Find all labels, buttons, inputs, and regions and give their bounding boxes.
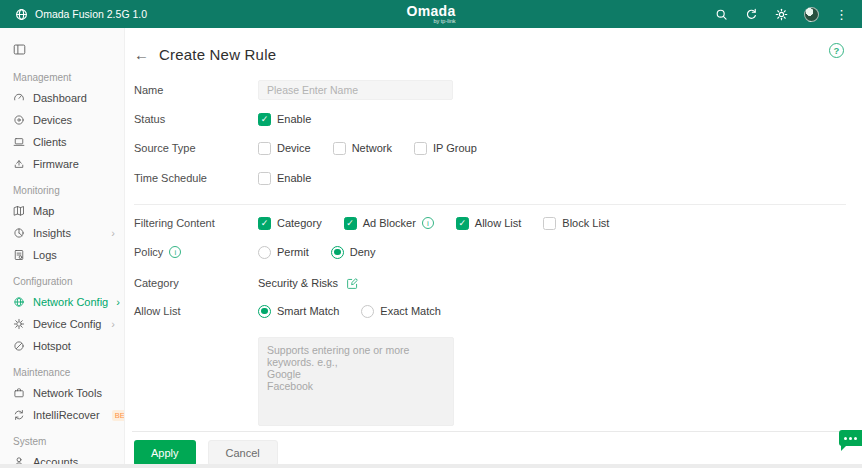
back-button[interactable]: ← — [134, 47, 149, 62]
page-title: Create New Rule — [159, 46, 276, 63]
sidebar-item-dashboard[interactable]: Dashboard — [0, 87, 124, 109]
info-icon[interactable]: i — [169, 246, 181, 258]
search-icon[interactable] — [714, 7, 728, 21]
category-value: Security & Risks — [258, 277, 338, 289]
filter-ad-blocker-checkbox[interactable]: ✓ Ad Blocker i — [344, 217, 434, 230]
info-icon[interactable]: i — [422, 217, 434, 229]
site-name: Omada Fusion 2.5G 1.0 — [35, 8, 147, 20]
sidebar-item-logs[interactable]: Logs — [0, 244, 124, 266]
check-icon: ✓ — [258, 217, 271, 230]
radio — [258, 246, 271, 259]
pie-chart-icon — [13, 227, 25, 239]
sidebar-item-hotspot[interactable]: Hotspot — [0, 335, 124, 357]
sidebar-item-network-config[interactable]: Network Config › — [0, 291, 124, 313]
policy-deny-radio[interactable]: Deny — [331, 246, 376, 259]
omada-app-window: Omada Fusion 2.5G 1.0 Omada by tp-link ⋮… — [0, 0, 862, 468]
checkbox — [414, 142, 427, 155]
name-label: Name — [134, 84, 258, 96]
sidebar-section-system: System — [0, 426, 124, 451]
radio — [361, 305, 374, 318]
toolbox-icon — [13, 387, 25, 399]
gauge-icon — [13, 92, 25, 104]
sidebar-section-maintenance: Maintenance — [0, 357, 124, 382]
sidebar-section-management: Management — [0, 62, 124, 87]
feedback-chat-icon[interactable] — [839, 430, 862, 446]
sidebar-nav: Management Dashboard Devices Clients Fir… — [0, 28, 125, 468]
policy-label: Policy — [134, 246, 163, 258]
top-bar: Omada Fusion 2.5G 1.0 Omada by tp-link ⋮ — [0, 0, 862, 28]
globe-icon — [13, 296, 25, 308]
map-icon — [13, 205, 25, 217]
checkbox — [258, 172, 271, 185]
kebab-menu-icon[interactable]: ⋮ — [835, 8, 848, 21]
check-icon: ✓ — [344, 217, 357, 230]
status-label: Status — [134, 113, 258, 125]
allow-list-label: Allow List — [134, 305, 258, 317]
sidebar-item-device-config[interactable]: Device Config › — [0, 313, 124, 335]
checkbox — [258, 142, 271, 155]
sidebar-item-clients[interactable]: Clients — [0, 131, 124, 153]
sidebar-item-devices[interactable]: Devices — [0, 109, 124, 131]
status-enable-checkbox[interactable]: ✓ Enable — [258, 113, 311, 126]
radio-selected — [258, 305, 271, 318]
upload-icon — [13, 158, 25, 170]
document-icon — [13, 249, 25, 261]
source-network-checkbox[interactable]: Network — [333, 142, 392, 155]
sidebar-item-network-tools[interactable]: Network Tools — [0, 382, 124, 404]
edit-icon[interactable] — [346, 277, 359, 290]
filter-category-checkbox[interactable]: ✓ Category — [258, 217, 322, 230]
keywords-textarea[interactable] — [258, 337, 454, 426]
checkbox — [333, 142, 346, 155]
recover-icon — [13, 409, 25, 421]
sidebar-collapse-icon[interactable] — [0, 36, 124, 62]
target-icon — [13, 114, 25, 126]
beta-badge: BETA — [112, 410, 125, 421]
settings-icon[interactable] — [774, 7, 788, 21]
sidebar-item-firmware[interactable]: Firmware — [0, 153, 124, 175]
source-type-label: Source Type — [134, 142, 258, 154]
chevron-right-icon: › — [116, 296, 120, 308]
policy-permit-radio[interactable]: Permit — [258, 246, 309, 259]
refresh-icon[interactable] — [744, 7, 758, 21]
exact-match-radio[interactable]: Exact Match — [361, 305, 441, 318]
checkbox — [543, 217, 556, 230]
check-icon: ✓ — [258, 113, 271, 126]
window-bottom-edge — [0, 464, 862, 468]
chevron-right-icon: › — [111, 227, 115, 239]
sidebar-section-monitoring: Monitoring — [0, 175, 124, 200]
sidebar-item-map[interactable]: Map — [0, 200, 124, 222]
site-selector[interactable]: Omada Fusion 2.5G 1.0 — [0, 7, 147, 21]
filtering-content-label: Filtering Content — [134, 217, 258, 229]
filter-allow-list-checkbox[interactable]: ✓ Allow List — [456, 217, 521, 230]
user-avatar[interactable] — [804, 7, 819, 22]
omada-logo: Omada by tp-link — [407, 4, 456, 25]
time-schedule-enable-checkbox[interactable]: Enable — [258, 172, 311, 185]
hotspot-icon — [13, 340, 25, 352]
check-icon: ✓ — [456, 217, 469, 230]
help-icon[interactable]: ? — [829, 43, 844, 58]
sidebar-section-configuration: Configuration — [0, 266, 124, 291]
section-divider — [134, 204, 846, 205]
source-ip-group-checkbox[interactable]: IP Group — [414, 142, 477, 155]
name-input[interactable] — [258, 80, 453, 100]
laptop-icon — [13, 136, 25, 148]
sidebar-item-insights[interactable]: Insights › — [0, 222, 124, 244]
category-label: Category — [134, 277, 258, 289]
main-panel: ← Create New Rule ? Name Status ✓ Enable… — [126, 28, 862, 468]
time-schedule-label: Time Schedule — [134, 172, 258, 184]
gear-icon — [13, 318, 25, 330]
footer-divider — [132, 431, 862, 432]
source-device-checkbox[interactable]: Device — [258, 142, 311, 155]
cancel-button[interactable]: Cancel — [208, 440, 278, 466]
filter-block-list-checkbox[interactable]: Block List — [543, 217, 609, 230]
sidebar-item-intellirecover[interactable]: IntelliRecover BETA — [0, 404, 124, 426]
globe-icon — [14, 7, 28, 21]
chevron-right-icon: › — [111, 318, 115, 330]
smart-match-radio[interactable]: Smart Match — [258, 305, 339, 318]
apply-button[interactable]: Apply — [134, 440, 196, 466]
radio-selected — [331, 246, 344, 259]
